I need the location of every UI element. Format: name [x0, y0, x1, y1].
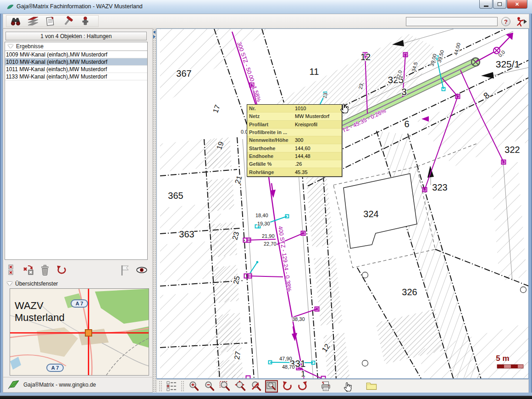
map-label: 27	[233, 351, 242, 360]
street-arrow-icon	[481, 72, 494, 79]
main-toolbar: ?	[3, 14, 529, 28]
printer-icon	[320, 380, 332, 392]
legend-button[interactable]	[165, 380, 178, 393]
binoculars-icon	[10, 16, 22, 27]
map-tooltip: Nr.1010NetzMW MusterdorfProfilartKreispr…	[247, 104, 342, 177]
map-label: 38,30	[292, 316, 305, 322]
undo-arrow-icon	[55, 264, 67, 276]
map-label: 23	[231, 231, 240, 241]
map-label: 19,30	[257, 221, 270, 226]
window-title: Gaja®Matrix Fachinformation - WAZV Muste…	[17, 3, 143, 10]
results-list: 1009 MW-Kanal (einfach),MW Musterdorf101…	[5, 51, 147, 80]
map-label: 25	[232, 275, 241, 285]
gingko-leaf-icon	[8, 380, 20, 390]
close-button[interactable]: ✕	[507, 0, 527, 9]
visibility-button[interactable]	[136, 264, 148, 276]
statusbar: Gaja®Matrix - www.gingko.de	[3, 377, 152, 392]
hand-cursor-icon	[339, 101, 350, 114]
zoom-window-button[interactable]	[265, 380, 278, 393]
toolbar-grip[interactable]	[159, 381, 162, 392]
map-label: 44,00	[453, 42, 461, 56]
map-tooltip-rows: Nr.1010NetzMW MusterdorfProfilartKreispr…	[247, 105, 342, 176]
swap-x-icon	[22, 264, 34, 276]
panel-splitter[interactable]	[153, 28, 156, 393]
print-button[interactable]	[319, 380, 332, 393]
map-label: 12	[360, 52, 371, 62]
map-label: 22,70	[264, 241, 277, 247]
restore-button[interactable]	[493, 0, 506, 9]
tooltip-row: ProfilartKreisprofil	[247, 121, 342, 129]
results-box: Ergebnisse 1009 MW-Kanal (einfach),MW Mu…	[5, 42, 148, 260]
hammer-icon	[62, 16, 74, 27]
search-button[interactable]	[9, 16, 22, 27]
quick-search-input[interactable]	[406, 17, 498, 26]
zoom-in-icon	[188, 380, 200, 392]
map-position-marker[interactable]	[85, 330, 92, 336]
rotate-left-icon	[281, 380, 293, 392]
map-label: 17	[211, 104, 222, 114]
map-label: 322	[504, 145, 520, 155]
minimize-button[interactable]	[479, 0, 493, 9]
results-group-header[interactable]: Ergebnisse	[5, 42, 147, 51]
folder-button[interactable]	[365, 380, 378, 393]
layers-button[interactable]	[27, 16, 39, 27]
hydrant-icon	[79, 16, 91, 27]
rotate-right-button[interactable]	[296, 380, 309, 393]
tooltip-row: Endhoehe144,48	[247, 152, 342, 160]
map-label: 39,50	[436, 50, 445, 63]
map-label: 367	[176, 68, 191, 79]
rotate-right-icon	[297, 380, 309, 392]
help-button[interactable]: ?	[501, 17, 510, 26]
cadastral-layer	[160, 29, 529, 379]
tooltip-row: Gefälle %.26	[247, 160, 342, 168]
hydrant-button[interactable]	[79, 16, 92, 27]
zoom-rectangle-button[interactable]	[218, 380, 231, 393]
app-icon	[6, 3, 15, 11]
collapse-triangle-icon[interactable]	[8, 45, 13, 48]
collapse-triangle-icon[interactable]	[7, 282, 12, 286]
tools-button[interactable]	[61, 16, 74, 27]
report-button[interactable]	[44, 16, 57, 27]
map-label: 6	[404, 119, 409, 129]
clear-results-button[interactable]	[6, 264, 18, 276]
zoom-in-button[interactable]	[187, 380, 200, 393]
flag-button[interactable]	[119, 264, 131, 276]
legend-icon	[166, 380, 177, 392]
map-canvas[interactable]: 5 m 300 STZ - 50.00 - 1.58%400 STZ - 129…	[156, 28, 529, 379]
map-label: 363	[179, 229, 194, 239]
window-bottom-edge	[0, 393, 532, 399]
list-item[interactable]: 1010 MW-Kanal (einfach),MW Musterdorf	[5, 58, 147, 66]
zoom-arrow-button[interactable]	[249, 380, 262, 393]
eye-icon	[136, 264, 148, 276]
exit-button[interactable]	[514, 16, 527, 27]
list-item[interactable]: 1009 MW-Kanal (einfach),MW Musterdorf	[5, 51, 147, 58]
collapse-left-icon[interactable]	[153, 30, 155, 34]
zoom-out-button[interactable]	[203, 380, 216, 393]
map-label: 18,40	[255, 213, 268, 218]
map-label: 21	[233, 174, 244, 185]
map-label: 47,90	[279, 356, 292, 361]
layers-icon	[27, 16, 39, 27]
zoom-dynamic-icon	[234, 380, 246, 392]
zoom-dynamic-button[interactable]	[234, 380, 247, 393]
overview-header[interactable]: Übersichtsfenster	[7, 280, 58, 287]
zoom-arrow-icon	[250, 380, 262, 392]
expand-right-icon[interactable]	[153, 35, 155, 39]
flag-icon	[119, 264, 131, 276]
map-label: 3	[401, 86, 407, 97]
svg-text:A 7: A 7	[76, 301, 83, 306]
undo-button[interactable]	[55, 264, 67, 276]
delete-button[interactable]	[39, 264, 51, 276]
map-label: 365	[168, 191, 183, 201]
list-item[interactable]: 1011 MW-Kanal (einfach),MW Musterdorf	[5, 66, 147, 73]
map-label: 21,90	[262, 233, 275, 239]
list-item[interactable]: 1133 MW-Kanal (einfach),MW Musterdorf	[5, 73, 147, 80]
titlebar[interactable]: Gaja®Matrix Fachinformation - WAZV Muste…	[0, 0, 532, 14]
tooltip-row: Profilbreite in ...	[247, 129, 342, 136]
pan-button[interactable]	[342, 380, 355, 393]
results-panel: 1 von 4 Objekten : Haltungen Ergebnisse …	[3, 28, 153, 393]
rotate-left-button[interactable]	[281, 380, 294, 393]
overview-map[interactable]: A 7 A 7 WAZV Musterland	[10, 288, 149, 376]
results-group-label: Ergebnisse	[16, 43, 44, 50]
swap-selection-button[interactable]	[22, 264, 34, 276]
